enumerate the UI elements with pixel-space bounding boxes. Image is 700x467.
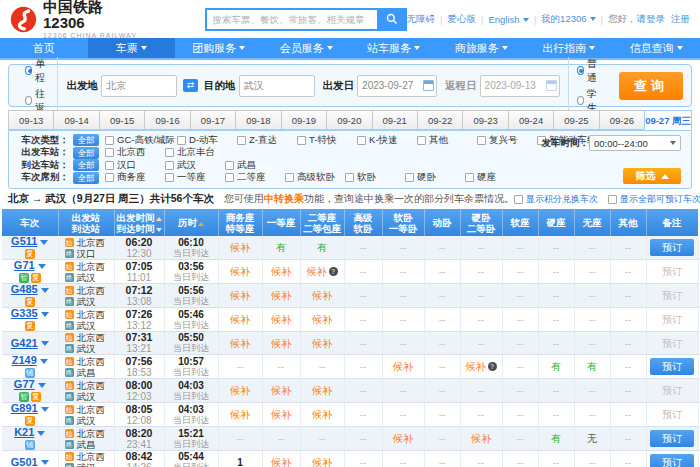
filter-checkbox[interactable]: 商务座	[105, 171, 163, 184]
transfer-link[interactable]: 中转换乘	[264, 193, 304, 204]
expand-row-icon[interactable]	[38, 383, 46, 388]
filter-checkbox[interactable]: 武昌	[225, 159, 283, 172]
train-number-link[interactable]: G485	[11, 283, 38, 295]
column-header[interactable]: 出发时间到达时间	[114, 209, 164, 236]
top-link[interactable]: 爱心版	[448, 13, 477, 26]
select-all-button[interactable]: 全部	[73, 159, 99, 171]
sort-up-icon[interactable]	[198, 222, 204, 226]
calendar-icon[interactable]	[546, 80, 557, 91]
filter-checkbox[interactable]: 北京丰台	[165, 146, 223, 159]
filter-checkbox[interactable]: Z-直达	[237, 134, 295, 147]
filter-checkbox[interactable]: 武汉	[165, 159, 223, 172]
book-button[interactable]: 预订	[650, 358, 694, 375]
filter-checkbox[interactable]: 二等座	[225, 171, 283, 184]
train-number-link[interactable]: Z149	[12, 354, 37, 366]
expand-row-icon[interactable]	[38, 264, 46, 269]
filter-checkbox[interactable]: 北京西	[105, 146, 163, 159]
to-station-input[interactable]	[239, 75, 315, 97]
select-all-button[interactable]: 全部	[73, 172, 99, 184]
logo[interactable]: 中国铁路12306 12306 CHINA RAILWAY	[10, 0, 145, 40]
nav-item[interactable]: 商旅服务	[438, 38, 526, 58]
calendar-icon[interactable]	[423, 80, 434, 91]
expand-row-icon[interactable]	[41, 312, 49, 317]
top-link[interactable]: 无障碍	[407, 13, 436, 26]
top-link[interactable]: 我的12306	[541, 13, 595, 26]
swap-stations-icon[interactable]: ⇄	[183, 79, 198, 92]
search-button[interactable]	[377, 8, 407, 31]
nav-item[interactable]: 车票	[88, 38, 176, 58]
query-button[interactable]: 查询	[619, 72, 683, 100]
search-input[interactable]	[205, 8, 377, 31]
nav-item[interactable]: 信息查询	[613, 38, 700, 58]
candidate-info-icon[interactable]: ?	[488, 362, 497, 371]
expand-row-icon[interactable]	[40, 240, 48, 245]
date-tab[interactable]: 09-26	[599, 110, 645, 130]
top-link[interactable]: English	[488, 14, 528, 25]
expand-row-icon[interactable]	[41, 288, 49, 293]
radio-normal[interactable]: 普通	[577, 57, 601, 85]
filter-checkbox[interactable]: 软卧	[345, 171, 403, 184]
book-button[interactable]: 预订	[650, 239, 694, 256]
select-all-button[interactable]: 全部	[73, 134, 99, 146]
nav-item[interactable]: 首页	[0, 38, 88, 58]
sort-up-icon[interactable]	[156, 217, 162, 221]
train-number-link[interactable]: G891	[11, 402, 38, 414]
filter-checkbox[interactable]: D-动车	[177, 134, 235, 147]
filter-checkbox[interactable]: 硬卧	[405, 171, 463, 184]
date-tab[interactable]: 09-25	[553, 110, 599, 130]
train-number-link[interactable]: G77	[14, 378, 35, 390]
apply-filter-button[interactable]: 筛选	[623, 168, 681, 184]
date-tab[interactable]: 09-22	[417, 110, 463, 130]
date-tab[interactable]: 09-21	[372, 110, 418, 130]
toggle-points-exchange[interactable]: 显示积分兑换车次	[514, 193, 598, 206]
nav-item[interactable]: 出行指南	[525, 38, 613, 58]
depart-time-select[interactable]: 00:00--24:00	[589, 135, 681, 151]
nav-item[interactable]: 站车服务	[350, 38, 438, 58]
sort-down-icon[interactable]	[156, 228, 162, 232]
filter-checkbox[interactable]: 硬座	[465, 171, 523, 184]
train-number-link[interactable]: G421	[11, 337, 38, 349]
candidate-info-icon[interactable]: ?	[329, 267, 338, 276]
toggle-all-bookable[interactable]: 显示全部可预订车次	[608, 193, 700, 206]
date-tab[interactable]: 09-27 周三	[644, 110, 692, 130]
book-button[interactable]: 预订	[650, 454, 694, 467]
expand-row-icon[interactable]	[41, 407, 49, 412]
expand-row-icon[interactable]	[40, 359, 48, 364]
nav-item[interactable]: 会员服务	[263, 38, 351, 58]
date-tab[interactable]: 09-24	[508, 110, 554, 130]
column-header[interactable]: 历时	[164, 209, 218, 236]
date-tab[interactable]: 09-18	[235, 110, 281, 130]
select-all-button[interactable]: 全部	[73, 147, 99, 159]
date-tab[interactable]: 09-15	[99, 110, 145, 130]
arrive-day: 当日到达	[165, 248, 218, 259]
train-number-link[interactable]: G335	[11, 307, 38, 319]
train-number-link[interactable]: G511	[11, 235, 37, 247]
date-tab[interactable]: 09-16	[144, 110, 190, 130]
date-tab[interactable]: 09-20	[326, 110, 372, 130]
train-number-link[interactable]: K21	[14, 426, 34, 438]
expand-row-icon[interactable]	[41, 341, 49, 346]
date-tab[interactable]: 09-17	[190, 110, 236, 130]
login-link[interactable]: 请登录	[637, 13, 666, 26]
filter-checkbox[interactable]: K-快速	[357, 134, 415, 147]
date-tab[interactable]: 09-14	[53, 110, 99, 130]
filter-checkbox[interactable]: 汉口	[105, 159, 163, 172]
filter-checkbox[interactable]: T-特快	[297, 134, 355, 147]
nav-item[interactable]: 团购服务	[175, 38, 263, 58]
filter-checkbox[interactable]: 高级软卧	[285, 171, 343, 184]
register-link[interactable]: 注册	[671, 13, 690, 26]
radio-one-way[interactable]: 单程	[25, 57, 49, 85]
expand-row-icon[interactable]	[37, 431, 45, 436]
date-tab[interactable]: 09-19	[281, 110, 327, 130]
from-station-input[interactable]	[101, 75, 177, 97]
filter-checkbox[interactable]: 复兴号	[477, 134, 535, 147]
filter-checkbox[interactable]: 一等座	[165, 171, 223, 184]
book-button[interactable]: 预订	[650, 430, 694, 447]
filter-checkbox[interactable]: 其他	[417, 134, 475, 147]
expand-row-icon[interactable]	[41, 460, 49, 465]
train-number-link[interactable]: G71	[14, 259, 35, 271]
date-tab[interactable]: 09-23	[462, 110, 508, 130]
date-tab[interactable]: 09-13	[8, 110, 54, 130]
filter-checkbox[interactable]: GC-高铁/城际	[105, 134, 175, 147]
train-number-link[interactable]: G501	[11, 456, 38, 467]
